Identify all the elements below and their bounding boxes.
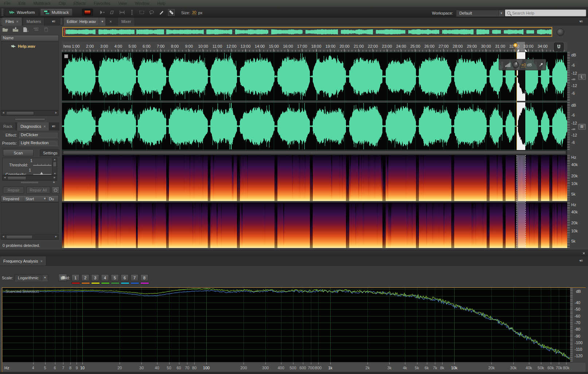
menu-window[interactable]: Window (131, 0, 153, 5)
frequency-analysis-graph[interactable]: Scanned Selection dB -40-50-60-70-80-90-… (2, 287, 585, 372)
slip-tool-icon[interactable] (109, 9, 116, 16)
scroll-left-icon[interactable]: ◄ (3, 176, 7, 179)
scrollbar-thumb[interactable] (7, 176, 26, 180)
files-hscrollbar[interactable]: ◄ ► (1, 110, 59, 116)
menu-file[interactable]: File (0, 0, 15, 5)
hold-button-7[interactable]: 7 (131, 274, 139, 281)
menu-effects[interactable]: Effects (70, 0, 90, 5)
scrollbar-thumb[interactable] (6, 235, 32, 239)
problems-hscrollbar[interactable]: ◄ ► (1, 234, 59, 240)
hold-button-1[interactable]: 1 (71, 274, 79, 281)
marquee-selection-tool-icon[interactable] (139, 9, 145, 16)
multitrack-view-button[interactable]: Multitrack (40, 8, 73, 16)
complexity-slider-thumb[interactable] (40, 172, 43, 174)
import-file-icon[interactable] (12, 27, 19, 32)
column-repaired[interactable]: Repaired (1, 197, 23, 201)
menu-help[interactable]: Help (153, 0, 170, 5)
timeline-ruler[interactable]: hms 1:002:003:004:005:006:007:008:009:00… (62, 42, 567, 52)
spectral-display[interactable] (62, 155, 567, 248)
hold-button-2[interactable]: 2 (81, 274, 89, 281)
tab-mixer[interactable]: Mixer (118, 17, 135, 25)
params-vscrollbar[interactable]: ▲▼ (52, 158, 57, 175)
repair-button[interactable]: Repair (3, 186, 24, 194)
gain-knob[interactable] (513, 62, 519, 68)
scroll-right-icon[interactable]: ► (54, 235, 58, 238)
section-splitter-dots[interactable] (21, 182, 39, 183)
menu-edit[interactable]: Edit (15, 0, 30, 5)
scale-dropdown[interactable]: Logarithmic ▼ (15, 274, 48, 281)
menu-view[interactable]: View (114, 0, 131, 5)
selection-right-handle[interactable] (525, 49, 527, 52)
hold-button-6[interactable]: 6 (121, 274, 129, 281)
menu-favorites[interactable]: Favorites (90, 0, 114, 5)
lasso-selection-tool-icon[interactable] (148, 9, 155, 16)
move-tool-icon[interactable] (99, 9, 106, 16)
scroll-right-icon[interactable]: ► (52, 176, 57, 179)
toolbar-grip[interactable] (1, 9, 3, 16)
waveform-view-button[interactable]: Waveform (5, 8, 39, 16)
frequency-plot[interactable] (3, 288, 570, 362)
editor-hscrollbar[interactable]: ∙∙∙∙ (62, 150, 567, 155)
settings-button[interactable]: Settings (40, 149, 59, 156)
tab-editor[interactable]: Editor: Help.wav ▼ (64, 17, 105, 25)
spectral-display-toggle[interactable] (82, 9, 93, 16)
tab-files[interactable]: Files× (2, 17, 22, 25)
repair-all-button[interactable]: Repair All (26, 186, 50, 194)
collapse-up-icon[interactable]: ▲ (52, 180, 55, 184)
zoom-overview-strip[interactable] (62, 27, 552, 37)
menu-multitrack[interactable]: Multitrack (30, 0, 55, 5)
volume-hud[interactable]: +0 dB (499, 59, 546, 70)
tab-rack[interactable]: Rack (0, 122, 16, 130)
scrollbar-thumb[interactable] (53, 162, 57, 167)
gain-value[interactable]: +0 (521, 63, 526, 67)
panel-grip[interactable] (61, 19, 62, 24)
scroll-down-icon[interactable]: ▼ (54, 172, 56, 175)
hold-button-5[interactable]: 5 (111, 274, 119, 281)
panel-grip[interactable] (0, 19, 2, 24)
scroll-left-icon[interactable]: ◄ (1, 235, 5, 238)
search-help-input[interactable] (512, 11, 578, 15)
scroll-right-icon[interactable]: ► (54, 111, 58, 114)
panel-splitter-handle[interactable] (15, 118, 45, 120)
search-help-box[interactable] (505, 9, 586, 16)
tab-frequency-analysis[interactable]: Frequency Analysis× (0, 256, 46, 265)
playhead-pin[interactable] (513, 43, 518, 47)
effect-dropdown[interactable]: DeClicker (18, 132, 58, 138)
selection-corner-handle[interactable] (64, 54, 68, 58)
close-icon[interactable]: × (109, 19, 112, 24)
zoom-navigate-icon[interactable] (557, 28, 564, 36)
files-column-name[interactable]: Name (1, 35, 59, 41)
ibeam-tool-icon[interactable] (129, 9, 135, 16)
panel-divider-bar[interactable]: × (0, 250, 588, 256)
panel-menu-icon[interactable]: ▾≡ (52, 19, 55, 23)
hold-button-4[interactable]: 4 (101, 274, 109, 281)
time-selection-tool-icon[interactable] (119, 9, 125, 16)
scroll-left-icon[interactable]: ◄ (1, 111, 5, 114)
channel-right-badge[interactable]: R (578, 124, 586, 130)
hold-button-3[interactable]: 3 (91, 274, 99, 281)
close-icon[interactable]: × (16, 19, 18, 24)
hold-button-8[interactable]: 8 (140, 274, 148, 281)
close-icon[interactable]: × (43, 124, 46, 129)
snapping-toggle[interactable] (554, 43, 564, 51)
pin-hud-icon[interactable] (538, 62, 544, 67)
insert-into-multitrack-icon[interactable] (33, 27, 39, 32)
panel-menu-icon[interactable]: ▾≡ (579, 19, 583, 23)
new-file-icon[interactable] (23, 27, 29, 32)
close-icon[interactable]: × (40, 259, 42, 263)
open-file-icon[interactable] (2, 27, 8, 32)
params-hscrollbar[interactable]: ◄ ► (2, 175, 57, 181)
tab-diagnostics[interactable]: Diagnostics× (17, 122, 49, 130)
file-row-helpwav[interactable]: Help.wav (1, 43, 58, 50)
trash-icon[interactable] (43, 27, 49, 32)
chevron-down-icon[interactable]: ▼ (99, 17, 105, 25)
scan-button[interactable]: Scan (3, 149, 34, 156)
paintbrush-tool-icon[interactable] (158, 9, 165, 16)
hud-grip[interactable] (501, 62, 503, 68)
column-duration[interactable]: Du (46, 197, 54, 201)
size-value[interactable]: 30 (192, 10, 196, 15)
sort-descending-icon[interactable]: ▼ (43, 197, 46, 200)
presets-dropdown[interactable]: Light Reduction (18, 140, 58, 146)
column-start[interactable]: Start (23, 197, 43, 201)
scrollbar-thumb[interactable]: ∙∙∙∙ (63, 151, 566, 154)
